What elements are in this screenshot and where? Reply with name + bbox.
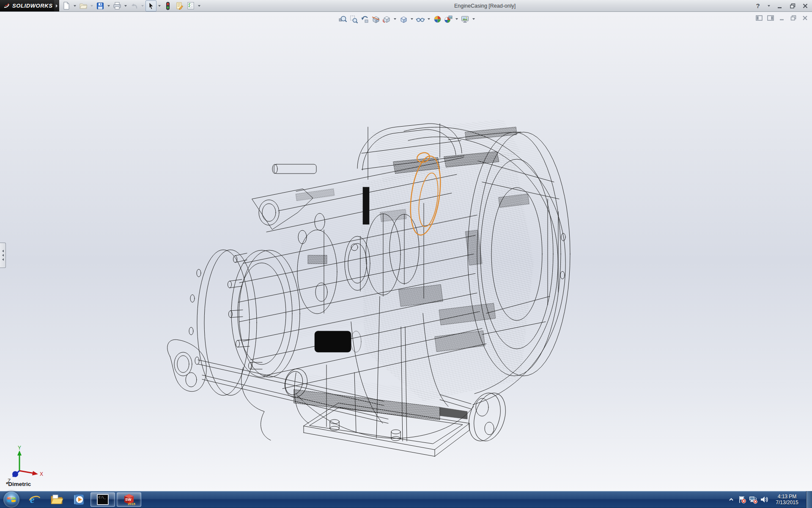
solidworks-logo-icon [3,3,11,9]
undo-button[interactable] [129,0,140,11]
action-center-button[interactable] [737,491,748,508]
chevron-up-icon [729,497,734,502]
previous-view-button[interactable] [359,14,370,24]
apply-scene-button[interactable] [443,14,453,24]
close-button[interactable] [801,2,809,10]
show-hidden-icons-button[interactable] [726,491,737,508]
display-style-icon [399,15,408,24]
display-style-dropdown[interactable] [411,18,413,20]
zoom-to-fit-icon [338,15,347,24]
zoom-to-area-button[interactable] [348,14,359,24]
view-settings-dropdown[interactable] [472,18,475,20]
graphics-area[interactable]: Y X Z *Dimetric [0,12,812,491]
taskbar-internet-explorer[interactable]: e [24,491,46,508]
rebuild-stoplight-icon [165,2,171,10]
sw-icon-text: SW [125,497,132,502]
pane-right-toggle[interactable] [767,14,774,21]
apply-scene-dropdown[interactable] [455,18,458,20]
clock-date: 7/13/2015 [771,500,803,505]
title-bar: SOLIDWORKS [0,0,812,12]
taskbar-windows-explorer[interactable] [46,491,68,508]
chevron-left-icon [2,254,4,257]
start-button[interactable] [3,491,19,508]
section-view-button[interactable] [370,14,381,24]
chevron-left-icon [2,250,4,252]
show-desktop-button[interactable] [806,491,812,508]
print-button[interactable] [112,0,123,11]
clock-time: 4:13 PM [771,494,803,500]
zoom-to-area-icon [349,15,358,24]
zoom-to-fit-button[interactable] [337,14,348,24]
action-center-flag-icon [738,495,746,504]
taskbar-solidworks-2015[interactable]: SW 2015 [117,492,141,507]
main-toolbar [61,0,202,11]
edit-appearance-button[interactable] [432,14,442,24]
logo-flyout-arrow[interactable] [54,0,59,11]
help-dropdown[interactable] [768,5,770,7]
hide-show-items-icon [416,15,425,24]
window-title: EngineCasing [Read-only] [454,0,516,11]
open-button[interactable] [78,0,89,11]
command-prompt-icon: C:\_ [96,494,109,505]
doc-restore-button[interactable] [790,14,797,21]
previous-view-icon [360,15,369,24]
volume-button[interactable] [759,491,770,508]
document-window-controls [755,14,809,21]
doc-minimize-button[interactable] [778,14,786,21]
help-button[interactable]: ? [754,2,762,10]
save-dropdown[interactable] [107,5,110,7]
options-icon [187,2,195,10]
model-wireframe-enginecasing[interactable] [0,12,812,491]
reference-triad: Y X Z [3,444,45,484]
taskbar-clock[interactable]: 4:13 PM 7/13/2015 [771,494,803,505]
triad-y-label: Y [18,445,21,451]
new-document-icon [63,2,70,10]
chevron-left-icon [2,258,4,261]
edit-appearance-icon [433,15,442,24]
undo-icon [130,2,138,10]
solidworks-2015-icon: SW 2015 [122,493,136,506]
hide-show-items-button[interactable] [415,14,425,24]
doc-close-button[interactable] [801,14,809,21]
sw-icon-year: 2015 [128,502,135,506]
taskbar-command-prompt[interactable]: C:\_ [91,492,115,507]
cmd-icon-text: C:\_ [99,496,106,499]
taskbar-media-player[interactable] [68,491,90,508]
rebuild-button[interactable] [162,0,173,11]
system-tray: 4:13 PM 7/13/2015 [726,491,812,508]
new-document-button[interactable] [61,0,72,11]
view-orientation-dropdown[interactable] [394,18,396,20]
undo-dropdown[interactable] [141,5,144,7]
folder-icon [50,494,63,505]
new-document-dropdown[interactable] [74,5,76,7]
display-style-button[interactable] [398,14,409,24]
print-icon [113,2,121,10]
app-window-controls: ? [754,0,809,11]
view-settings-icon [461,15,470,24]
feature-panel-collapsed-tab[interactable] [0,243,6,268]
view-orientation-button[interactable] [381,14,392,24]
restore-button[interactable] [788,2,797,10]
print-dropdown[interactable] [124,5,127,7]
select-dropdown[interactable] [158,5,161,7]
open-dropdown[interactable] [91,5,93,7]
save-icon [96,2,104,10]
select-cursor-icon [148,2,154,10]
minimize-button[interactable] [776,2,784,10]
windows-taskbar: e C:\_ [0,491,812,508]
options-button[interactable] [185,0,196,11]
select-tool-button[interactable] [145,0,156,11]
view-settings-button[interactable] [460,14,470,24]
pane-left-toggle[interactable] [755,14,763,21]
options-dropdown[interactable] [198,5,200,7]
view-orientation-icon [382,15,391,24]
open-folder-icon [79,2,88,10]
file-properties-button[interactable] [174,0,185,11]
apply-scene-icon [444,15,453,24]
hide-show-items-dropdown[interactable] [428,18,430,20]
network-status-button[interactable] [748,491,759,508]
save-button[interactable] [95,0,106,11]
solidworks-logo: SOLIDWORKS [0,0,54,11]
section-view-icon [371,15,380,24]
view-orientation-label: *Dimetric [6,481,31,487]
